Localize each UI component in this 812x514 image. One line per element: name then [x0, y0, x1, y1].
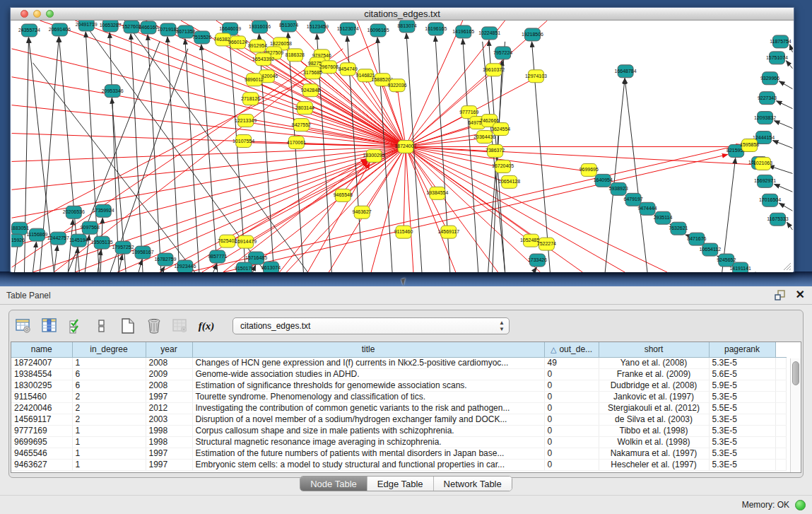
network-node[interactable]: 8613074	[261, 262, 281, 272]
network-node[interactable]: 9322036	[387, 79, 406, 92]
network-node[interactable]: 16543392	[252, 53, 274, 66]
network-node[interactable]: 1021063	[753, 157, 772, 170]
table-row[interactable]: 1456911722003Disruption of a novel membe…	[11, 414, 786, 425]
network-node[interactable]: 19218506	[522, 28, 543, 41]
network-node[interactable]: 3175685	[303, 66, 322, 79]
create-table-button[interactable]	[118, 316, 138, 336]
network-node[interactable]: 11875754	[770, 35, 792, 48]
network-node[interactable]: 19610372	[483, 64, 505, 76]
network-node[interactable]: 3915926	[11, 234, 25, 247]
column-header-pagerank[interactable]: pagerank	[709, 342, 775, 357]
network-node[interactable]: 16648784	[615, 65, 637, 78]
table-row[interactable]: 911546021997Tourette syndrome. Phenomeno…	[11, 391, 786, 402]
memory-status-indicator[interactable]	[795, 500, 806, 510]
network-node[interactable]: 16096165	[367, 24, 389, 37]
network-node[interactable]: 9857771	[208, 250, 227, 263]
network-node[interactable]: 5938923	[609, 182, 628, 195]
table-row[interactable]: 2242004622012Investigating the contribut…	[11, 402, 786, 414]
network-node[interactable]: 9329966	[760, 72, 779, 85]
network-node[interactable]: 15751074	[766, 52, 788, 64]
network-node[interactable]: 10654112	[700, 243, 722, 256]
network-node[interactable]: 18300295	[363, 149, 385, 162]
network-node[interactable]: 9150176	[235, 262, 254, 272]
network-node[interactable]: 10107554	[233, 135, 254, 148]
network-node[interactable]: 11675333	[767, 213, 789, 226]
network-node[interactable]: 12442757	[47, 232, 69, 245]
network-node[interactable]: 8454749	[339, 63, 358, 76]
table-row[interactable]: 1872400712008Changes of HCN gene express…	[11, 357, 786, 368]
network-node[interactable]: 14196165	[452, 25, 474, 38]
network-node[interactable]: 7386372	[486, 145, 505, 158]
table-row[interactable]: 1830029562008Estimation of significance …	[11, 380, 786, 391]
delete-table-button[interactable]	[144, 316, 164, 336]
network-node[interactable]: 14569117	[438, 226, 460, 238]
tab-edge-table[interactable]: Edge Table	[367, 477, 434, 491]
network-node[interactable]: 15692971	[754, 175, 776, 187]
table-select-dropdown[interactable]: citations_edges.txt ▲▼	[233, 317, 510, 334]
network-node[interactable]: 8466160	[139, 21, 158, 34]
network-node[interactable]: 2935114	[654, 211, 673, 224]
network-node[interactable]: 12923446	[174, 260, 196, 272]
function-builder-button[interactable]: f(x)	[196, 316, 216, 336]
resize-grip[interactable]	[782, 261, 792, 271]
network-node[interactable]: 9660124	[228, 36, 247, 49]
network-node[interactable]: 12213349	[235, 115, 257, 127]
network-node[interactable]: 8186328	[286, 49, 305, 62]
network-node[interactable]: 12974103	[525, 70, 547, 83]
network-node[interactable]: 2803144	[295, 102, 314, 115]
network-node[interactable]: 9227343	[758, 92, 777, 105]
column-header-title[interactable]: title	[192, 342, 544, 357]
table-settings-button[interactable]	[13, 316, 33, 336]
column-header-in_degree[interactable]: in_degree	[72, 342, 146, 357]
network-node[interactable]: 17359924	[93, 204, 114, 217]
network-node[interactable]: 9465546	[334, 189, 353, 201]
table-row[interactable]: 969969511998Structural magnetic resonanc…	[11, 436, 786, 448]
network-canvas[interactable]: 1872400724355724206914062049171910653287…	[11, 21, 793, 272]
network-node[interactable]: 16720405	[492, 160, 514, 173]
network-node[interactable]: 15123459	[307, 21, 329, 33]
network-node[interactable]: 9463627	[353, 206, 372, 218]
network-node[interactable]: 24355724	[18, 24, 40, 37]
network-node[interactable]: 11156869	[26, 228, 47, 241]
network-node[interactable]: 10654128	[498, 175, 520, 188]
float-panel-button[interactable]	[775, 289, 786, 300]
network-node[interactable]: 20953346	[102, 85, 124, 98]
network-node[interactable]: 20364436	[473, 131, 495, 144]
network-node[interactable]: 10958167	[132, 246, 154, 259]
network-node[interactable]: 7515526	[192, 31, 211, 44]
network-node[interactable]: 10653287	[100, 21, 122, 32]
table-row[interactable]: 1938455462009Genome-wide association stu…	[11, 368, 786, 380]
network-node[interactable]: 19316016	[249, 21, 271, 33]
network-node[interactable]: 1640954	[594, 174, 613, 187]
network-node[interactable]: 16196165	[425, 23, 447, 35]
network-node[interactable]: 9115460	[394, 226, 413, 238]
network-node[interactable]: 9699695	[579, 163, 599, 176]
column-header-name[interactable]: name	[11, 342, 72, 357]
network-node[interactable]: 10224851	[478, 27, 500, 40]
network-node[interactable]: 13505135	[91, 236, 113, 249]
scrollbar-thumb[interactable]	[792, 361, 799, 385]
network-node[interactable]: 8813074	[397, 21, 416, 33]
network-node[interactable]: 9474444	[637, 202, 657, 215]
column-header-short[interactable]: short	[599, 342, 709, 357]
network-node[interactable]: 9896012	[245, 74, 264, 86]
network-node[interactable]: 17016504	[759, 194, 781, 206]
network-node[interactable]: 15123074	[337, 23, 359, 35]
network-node[interactable]: 16914479	[235, 235, 257, 248]
network-node[interactable]: 18724007	[394, 141, 416, 153]
network-node[interactable]: 9097568	[81, 221, 100, 234]
table-scrollbar[interactable]	[790, 358, 801, 472]
network-node[interactable]: 1145194	[69, 234, 88, 247]
network-node[interactable]: 7632621	[669, 222, 688, 235]
select-all-button[interactable]	[66, 316, 86, 336]
network-node[interactable]: 16782759	[154, 253, 176, 266]
network-node[interactable]: 4170061	[287, 136, 306, 149]
close-panel-button[interactable]: ✕	[796, 290, 805, 300]
network-node[interactable]: 20206536	[63, 206, 85, 218]
network-node[interactable]: 1733426	[528, 254, 547, 267]
network-node[interactable]: 7522274	[537, 238, 556, 250]
network-node[interactable]: 19384554	[426, 187, 448, 199]
network-window-titlebar[interactable]: citations_edges.txt	[11, 8, 794, 21]
show-column-button[interactable]	[40, 316, 59, 336]
network-node[interactable]: 20691406	[49, 23, 71, 36]
